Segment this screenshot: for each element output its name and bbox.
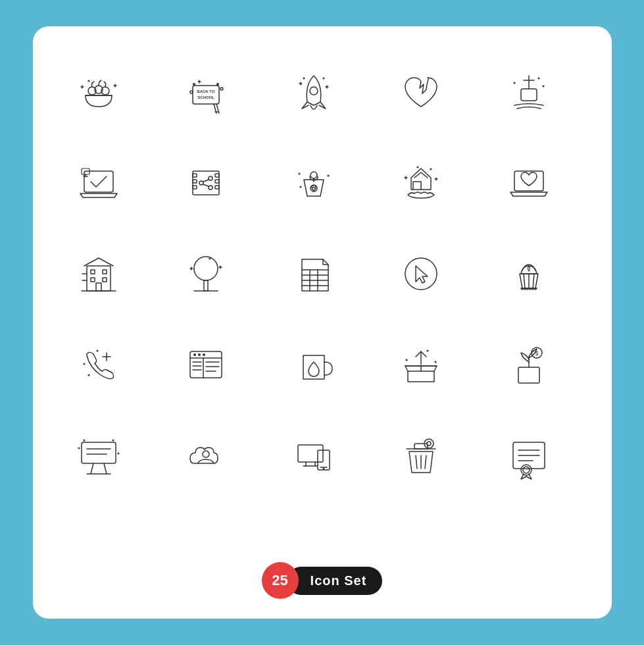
icon-devices bbox=[274, 416, 353, 495]
svg-point-117 bbox=[198, 353, 201, 356]
svg-point-153 bbox=[203, 451, 209, 457]
svg-rect-139 bbox=[82, 442, 116, 463]
svg-rect-50 bbox=[215, 186, 219, 189]
svg-rect-48 bbox=[215, 174, 219, 177]
icon-water-mug bbox=[274, 325, 353, 404]
svg-point-17 bbox=[216, 83, 219, 86]
svg-rect-45 bbox=[193, 174, 197, 177]
icon-browser-layout bbox=[166, 325, 245, 404]
svg-text:BACK TO: BACK TO bbox=[197, 90, 215, 93]
icon-home-hands bbox=[382, 143, 460, 222]
icon-plant-money: $ bbox=[489, 325, 568, 404]
icon-rocket bbox=[274, 53, 353, 132]
svg-point-22 bbox=[310, 87, 318, 95]
svg-rect-33 bbox=[521, 89, 537, 101]
icon-tree bbox=[166, 234, 245, 313]
svg-rect-75 bbox=[514, 171, 543, 191]
svg-rect-46 bbox=[193, 180, 197, 183]
svg-line-104 bbox=[533, 274, 534, 288]
svg-point-19 bbox=[220, 88, 223, 90]
icon-fruit-bowl bbox=[59, 53, 138, 132]
svg-marker-101 bbox=[416, 266, 428, 283]
svg-rect-47 bbox=[193, 186, 197, 189]
svg-line-143 bbox=[104, 463, 107, 474]
svg-point-16 bbox=[193, 83, 195, 86]
svg-rect-79 bbox=[91, 278, 95, 282]
icon-call-add bbox=[59, 325, 138, 404]
svg-rect-81 bbox=[96, 283, 101, 291]
svg-point-118 bbox=[203, 353, 205, 356]
svg-rect-49 bbox=[215, 180, 219, 183]
svg-point-85 bbox=[194, 257, 218, 280]
svg-text:SCHOOL: SCHOOL bbox=[197, 95, 214, 99]
icon-laptop-heart bbox=[489, 143, 568, 222]
svg-text:$: $ bbox=[535, 350, 538, 357]
svg-rect-77 bbox=[91, 270, 95, 274]
icon-building bbox=[59, 234, 138, 313]
svg-point-100 bbox=[405, 258, 437, 290]
svg-point-18 bbox=[190, 91, 193, 93]
svg-point-116 bbox=[193, 353, 196, 356]
svg-line-102 bbox=[524, 274, 525, 288]
svg-line-165 bbox=[425, 455, 426, 469]
icon-grave bbox=[489, 53, 568, 132]
icon-trash-settings bbox=[382, 416, 460, 495]
svg-point-51 bbox=[199, 181, 203, 185]
svg-rect-80 bbox=[103, 278, 107, 282]
svg-point-56 bbox=[310, 172, 317, 178]
svg-rect-86 bbox=[204, 280, 208, 291]
icon-laptop-check bbox=[59, 143, 138, 222]
icon-film-share bbox=[166, 143, 245, 222]
badge-label: Icon Set bbox=[287, 567, 383, 595]
icon-certificate bbox=[489, 416, 568, 495]
svg-point-53 bbox=[209, 186, 212, 190]
svg-line-142 bbox=[91, 463, 93, 474]
svg-line-55 bbox=[203, 184, 209, 186]
icon-podium bbox=[274, 143, 353, 222]
main-card: BACK TO SCHOOL bbox=[33, 26, 612, 619]
svg-line-163 bbox=[416, 455, 417, 469]
icon-back-to-school: BACK TO SCHOOL bbox=[166, 53, 245, 132]
svg-rect-135 bbox=[518, 367, 539, 383]
icon-cursor-circle bbox=[382, 234, 460, 313]
icon-cupcake bbox=[489, 234, 568, 313]
svg-rect-154 bbox=[298, 445, 323, 462]
icon-cloud-user bbox=[166, 416, 245, 495]
svg-rect-65 bbox=[312, 186, 316, 188]
badge-count: 25 bbox=[262, 562, 299, 599]
svg-point-52 bbox=[209, 176, 212, 180]
icon-broken-heart bbox=[382, 53, 460, 132]
icons-grid: BACK TO SCHOOL bbox=[59, 53, 585, 495]
icon-spreadsheet bbox=[274, 234, 353, 313]
svg-point-160 bbox=[322, 468, 324, 470]
svg-rect-10 bbox=[193, 86, 219, 104]
svg-point-174 bbox=[523, 467, 530, 473]
badge-area: 25 Icon Set bbox=[262, 562, 383, 599]
icon-billboard bbox=[59, 416, 138, 495]
svg-line-54 bbox=[203, 180, 209, 182]
svg-rect-78 bbox=[103, 270, 107, 274]
icon-box-upload bbox=[382, 325, 460, 404]
